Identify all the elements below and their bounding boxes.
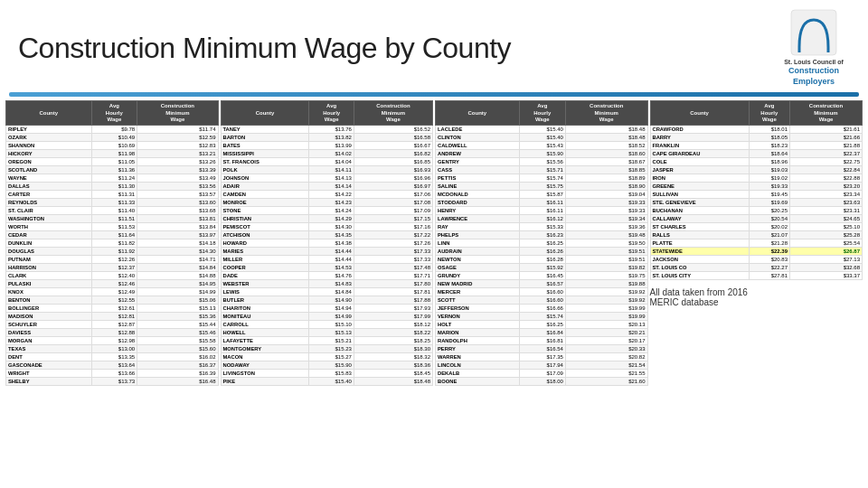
table-row: LINCOLN$17.94$21.54 xyxy=(436,361,648,370)
min-wage: $19.99 xyxy=(565,305,647,313)
min-wage: $13.56 xyxy=(137,183,218,191)
county-name: PETTIS xyxy=(436,174,520,183)
table-row: PIKE$15.40$18.48 xyxy=(221,378,433,386)
table-row: PETTIS$15.74$18.89 xyxy=(436,174,648,183)
county-name: REYNOLDS xyxy=(6,199,92,207)
avg-wage: $9.78 xyxy=(91,126,137,134)
col-county-1: County xyxy=(6,101,92,126)
table-row: CLINTON$15.40$18.48 xyxy=(436,134,648,142)
avg-wage: $14.99 xyxy=(309,313,354,321)
table-row: MERCER$16.60$19.92 xyxy=(436,288,648,296)
county-name: VERNON xyxy=(436,313,520,321)
table-row: CLARK$12.40$14.88 xyxy=(6,272,219,280)
avg-wage: $12.98 xyxy=(91,337,137,345)
min-wage: $14.95 xyxy=(137,280,218,288)
county-name: PLATTE xyxy=(650,239,749,248)
min-wage: $14.18 xyxy=(137,239,218,248)
table-row: GREENE$19.33$23.20 xyxy=(650,183,863,191)
min-wage: $33.37 xyxy=(790,272,863,280)
county-name: ATCHISON xyxy=(221,231,309,239)
min-wage: $17.71 xyxy=(354,272,432,280)
min-wage: $13.60 xyxy=(137,199,218,207)
county-name: WORTH xyxy=(6,223,92,231)
min-wage: $17.88 xyxy=(354,296,432,305)
avg-wage: $17.94 xyxy=(519,361,565,370)
table-row: MCDONALD$15.87$19.04 xyxy=(436,191,648,199)
min-wage: $19.99 xyxy=(565,313,647,321)
min-wage: $21.55 xyxy=(565,370,647,378)
table-row: ST CHARLES$20.02$25.10 xyxy=(650,223,863,231)
avg-wage: $11.24 xyxy=(91,174,137,183)
county-name: MADISON xyxy=(6,313,92,321)
county-name: NEWTON xyxy=(436,256,520,264)
table-row: LINN$16.25$19.50 xyxy=(436,239,648,248)
county-name: MERCER xyxy=(436,288,520,296)
min-wage: $15.36 xyxy=(137,313,218,321)
county-name: RIPLEY xyxy=(6,126,92,134)
avg-wage: $22.39 xyxy=(749,248,789,256)
min-wage: $18.36 xyxy=(354,361,432,370)
table-row: DALLAS$11.30$13.56 xyxy=(6,183,219,191)
county-name: RALLS xyxy=(650,231,749,239)
min-wage: $16.85 xyxy=(354,158,432,166)
min-wage: $14.99 xyxy=(137,288,218,296)
min-wage: $23.20 xyxy=(790,183,863,191)
table-row: NEW MADRID$16.57$19.88 xyxy=(436,280,648,288)
avg-wage: $13.64 xyxy=(91,361,137,370)
table-row: WORTH$11.53$13.84 xyxy=(6,223,219,231)
min-wage: $14.84 xyxy=(137,264,218,272)
avg-wage: $13.73 xyxy=(91,378,137,386)
avg-wage: $12.40 xyxy=(91,272,137,280)
min-wage: $19.50 xyxy=(565,239,647,248)
table-row: NEWTON$16.28$19.51 xyxy=(436,256,648,264)
avg-wage: $14.11 xyxy=(309,166,354,174)
avg-wage: $14.53 xyxy=(309,264,354,272)
county-name: DUNKLIN xyxy=(6,239,92,248)
min-wage: $23.63 xyxy=(790,199,863,207)
table-row: IRON$19.02$22.88 xyxy=(650,174,863,183)
min-wage: $19.04 xyxy=(565,191,647,199)
min-wage: $13.84 xyxy=(137,223,218,231)
table-section-2: County AvgHourlyWage ConstructionMinimum… xyxy=(221,100,434,386)
county-name: RAY xyxy=(436,223,520,231)
min-wage: $17.33 xyxy=(354,256,432,264)
county-name: CLARK xyxy=(6,272,92,280)
county-name: POLK xyxy=(221,166,309,174)
avg-wage: $19.03 xyxy=(749,166,789,174)
table-row: RALLS$21.07$25.28 xyxy=(650,231,863,239)
county-name: OSAGE xyxy=(436,264,520,272)
county-name: LACLEDE xyxy=(436,126,520,134)
table-row: DOUGLAS$11.92$14.30 xyxy=(6,248,219,256)
avg-wage: $12.37 xyxy=(91,264,137,272)
county-name: CLINTON xyxy=(436,134,520,142)
avg-wage: $15.33 xyxy=(519,223,565,231)
avg-wage: $15.13 xyxy=(309,329,354,337)
avg-wage: $14.83 xyxy=(309,280,354,288)
min-wage: $17.06 xyxy=(354,191,432,199)
table-row: DUNKLIN$11.82$14.18 xyxy=(6,239,219,248)
county-name: CHARITON xyxy=(221,305,309,313)
avg-wage: $15.40 xyxy=(309,378,354,386)
table-row: GENTRY$15.56$18.67 xyxy=(436,158,648,166)
avg-wage: $14.35 xyxy=(309,231,354,239)
county-name: SCOTLAND xyxy=(6,166,92,174)
table-row: MONITEAU$14.99$17.99 xyxy=(221,313,433,321)
min-wage: $16.37 xyxy=(137,361,218,370)
county-name: HOWELL xyxy=(221,329,309,337)
county-name: LAFAYETTE xyxy=(221,337,309,345)
county-name: WARREN xyxy=(436,353,520,361)
county-name: CARTER xyxy=(6,191,92,199)
county-name: HICKORY xyxy=(6,150,92,158)
table-row: WRIGHT$13.66$16.39 xyxy=(6,370,219,378)
table-row: ST. FRANCOIS$14.04$16.85 xyxy=(221,158,433,166)
avg-wage: $14.44 xyxy=(309,256,354,264)
min-wage: $20.82 xyxy=(565,353,647,361)
table-row: GASCONADE$13.64$16.37 xyxy=(6,361,219,370)
county-name: HOWARD xyxy=(221,239,309,248)
min-wage: $22.75 xyxy=(790,158,863,166)
table-row: TANEY$13.76$16.52 xyxy=(221,126,433,134)
avg-wage: $13.00 xyxy=(91,345,137,353)
min-wage: $18.89 xyxy=(565,174,647,183)
avg-wage: $14.30 xyxy=(309,223,354,231)
avg-wage: $15.74 xyxy=(519,313,565,321)
